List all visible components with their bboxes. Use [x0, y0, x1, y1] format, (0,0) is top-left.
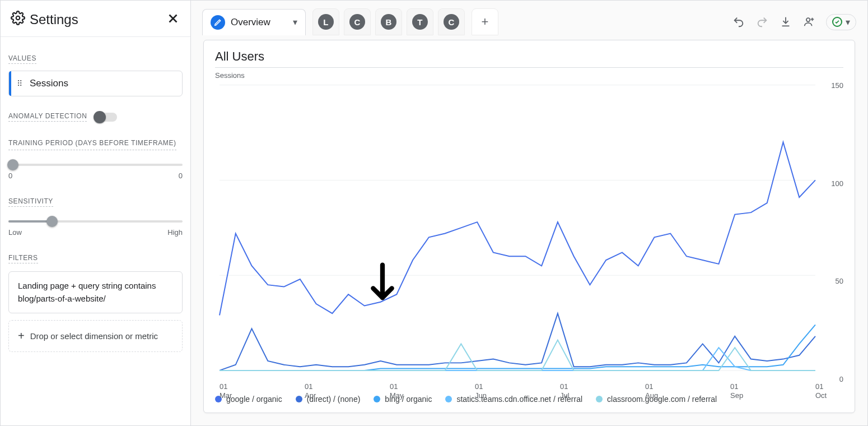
anomaly-toggle[interactable] — [95, 113, 117, 122]
filters-label: FILTERS — [8, 254, 38, 263]
tab-overview[interactable]: Overview ▾ — [202, 9, 306, 35]
letter-tab-2[interactable]: B — [375, 8, 402, 35]
chart-card: All Users Sessions 05010015001Mar01Apr01… — [203, 40, 855, 413]
plot-area: 05010015001Mar01Apr01May01Jun01Jul01Aug0… — [215, 80, 843, 389]
svg-point-1 — [806, 18, 810, 21]
status-pill[interactable]: ▾ — [826, 14, 856, 30]
y-tick-label: 0 — [839, 375, 843, 383]
legend-dot — [445, 396, 452, 402]
redo-icon[interactable] — [755, 15, 769, 29]
drag-handle-icon[interactable]: ⠿ — [17, 79, 23, 88]
letter-pill: L — [318, 14, 334, 30]
chevron-down-icon: ▾ — [846, 17, 850, 27]
x-tick-label: 01Oct — [815, 382, 827, 400]
plus-icon: + — [18, 330, 25, 342]
training-max: 0 — [179, 172, 183, 180]
y-tick-label: 150 — [831, 81, 843, 90]
x-tick-label: 01Jul — [560, 382, 570, 400]
svg-point-0 — [16, 16, 20, 20]
letter-tab-0[interactable]: L — [312, 8, 339, 35]
letter-tab-3[interactable]: T — [407, 8, 433, 35]
pencil-icon — [211, 15, 225, 30]
main-area: Overview ▾ LCBTC + ▾ All Users Sessions — [191, 1, 867, 425]
chart-title: All Users — [215, 49, 843, 68]
legend-label: google / organic — [226, 395, 282, 404]
drop-label: Drop or select dimension or metric — [30, 331, 158, 341]
tab-overview-label: Overview — [231, 17, 270, 28]
top-toolbar: Overview ▾ LCBTC + ▾ — [191, 1, 867, 35]
share-user-icon[interactable] — [802, 15, 816, 29]
values-label: VALUES — [8, 54, 36, 64]
letter-pill: C — [444, 14, 459, 30]
y-tick-label: 50 — [836, 277, 843, 285]
x-tick-label: 01Apr — [305, 382, 316, 400]
x-tick-label: 01May — [390, 382, 404, 400]
letter-pill: C — [349, 14, 365, 30]
x-tick-label: 01Aug — [645, 382, 658, 400]
drop-dimension-metric[interactable]: + Drop or select dimension or metric — [8, 320, 183, 352]
value-chip-label: Sessions — [30, 78, 68, 89]
x-tick-label: 01Sep — [730, 382, 743, 400]
training-min: 0 — [8, 172, 12, 180]
settings-panel: Settings VALUES ⠿ Sessions ANOMALY DETEC… — [1, 1, 191, 425]
training-period-slider[interactable] — [8, 164, 183, 166]
add-tab-button[interactable]: + — [472, 8, 498, 35]
sensitivity-high: High — [167, 228, 183, 237]
sensitivity-label: SENSITIVITY — [8, 197, 53, 207]
training-period-label: TRAINING PERIOD (DAYS BEFORE TIMEFRAME) — [8, 138, 176, 150]
anomaly-detection-label: ANOMALY DETECTION — [8, 112, 87, 122]
gear-icon — [11, 11, 25, 29]
undo-icon[interactable] — [732, 15, 745, 29]
filter-card[interactable]: Landing page + query string contains blo… — [8, 271, 183, 313]
download-icon[interactable] — [779, 15, 792, 29]
checkmark-icon — [832, 17, 842, 27]
letter-tab-1[interactable]: C — [344, 8, 371, 35]
settings-title: Settings — [30, 12, 78, 27]
sensitivity-slider[interactable] — [8, 220, 183, 223]
letter-pill: B — [381, 14, 396, 30]
x-tick-label: 01Mar — [220, 382, 232, 400]
chart-subtitle: Sessions — [215, 71, 843, 80]
chevron-down-icon[interactable]: ▾ — [293, 17, 297, 27]
settings-header: Settings — [1, 1, 190, 36]
legend-dot — [374, 396, 380, 402]
sensitivity-low: Low — [8, 228, 22, 237]
value-chip-sessions[interactable]: ⠿ Sessions — [8, 71, 183, 96]
letter-tab-4[interactable]: C — [438, 8, 465, 35]
legend-label: classroom.google.com / referral — [607, 395, 717, 404]
legend-dot — [296, 396, 302, 402]
close-icon[interactable] — [166, 11, 180, 28]
arrow-down-icon — [368, 261, 396, 308]
legend-dot — [596, 396, 603, 402]
x-tick-label: 01Jun — [475, 382, 487, 400]
letter-pill: T — [412, 14, 428, 30]
y-tick-label: 100 — [831, 179, 843, 187]
